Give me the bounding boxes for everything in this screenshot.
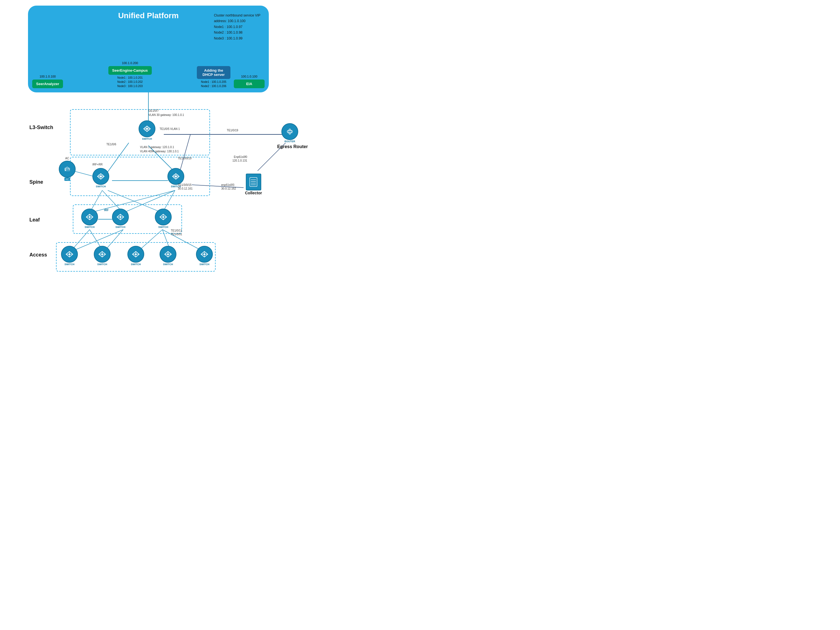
seer-analyzer-box: SeerAnalyzer [32, 79, 63, 88]
access-label: Access [29, 252, 47, 258]
l3-switch-circle [139, 120, 155, 137]
svg-rect-40 [250, 177, 257, 186]
dhcp-nodes: Node1 : 100.1.0.205Node2 : 100.1.0.206 [201, 80, 227, 88]
dhcp-server-component: Adding theDHCP server Node1 : 100.1.0.20… [197, 66, 231, 88]
svg-point-52 [89, 216, 90, 218]
cluster-node1: Node1 : 100.1.0.97 [214, 24, 261, 30]
egress-router-label: Egress Router [277, 144, 308, 149]
spine-right-circle [167, 168, 184, 185]
svg-point-76 [167, 253, 169, 255]
access-switch-3-circle [127, 246, 144, 263]
eia-ip: 100.1.0.100 [241, 74, 257, 79]
svg-rect-46 [65, 167, 70, 171]
leaf-switch-2[interactable]: SWITCH [112, 208, 129, 229]
ac-circle [59, 161, 76, 177]
seer-analyzer-component: 100.1.0.100 SeerAnalyzer [32, 74, 63, 88]
enp61s0f3-label: enp61s0f3 [221, 183, 234, 186]
spine-left-circle [92, 168, 109, 185]
unified-platform-box: Unified Platform Cluster northbound serv… [28, 6, 269, 92]
leaf-switch-3-label: SWITCH [158, 226, 168, 229]
dhcp-server-box: Adding theDHCP server [197, 66, 231, 79]
cluster-node2: Node2 : 100.1.0.98 [214, 30, 261, 35]
l3-switch-label-text: SWITCH [142, 137, 152, 140]
eia-box: EIA [234, 79, 265, 88]
access-switch-3[interactable]: SWITCH [127, 246, 144, 266]
cluster-node3: Node3 : 100.1.0.99 [214, 36, 261, 41]
l3-switch-label: L3-Switch [29, 125, 53, 131]
cluster-vip-label: Cluster northbound service VIP [214, 13, 261, 18]
vlan4094-gw-label: VLAN 4094 gateway: 130.1.0.1 [140, 150, 178, 153]
ac-label-top: AC [65, 157, 69, 160]
access-switch-2[interactable]: SWITCH [94, 246, 111, 266]
ip-120-label: 120.1.0.131 [232, 159, 247, 162]
leaf-switch-2-label: SWITCH [115, 226, 125, 229]
access-switch-2-circle [94, 246, 111, 263]
access-switch-4-circle [159, 246, 177, 263]
access-switch-5-label: SWITCH [199, 263, 210, 266]
ip-30-label: 30.0.12.162 [221, 187, 236, 190]
spine-label: Spine [29, 179, 43, 185]
leaf-switch-2-circle [112, 208, 129, 226]
vlan1-gw-label: VLAN 1 gateway: 120.1.0.1 [140, 145, 174, 149]
diagram-container: Unified Platform Cluster northbound serv… [0, 0, 420, 315]
access-switch-4-label: SWITCH [163, 263, 173, 266]
seer-engine-component: 100.1.0.200 SeerEngine-Campus Node1 : 10… [66, 61, 193, 88]
seer-analyzer-ip: 100.1.0.100 [39, 74, 56, 79]
irf-rr-tag: IRF+RR [92, 163, 103, 166]
access-switch-3-label: SWITCH [131, 263, 141, 266]
te1-0-5-label: TE1/0/5 VLAN 1 [159, 127, 180, 131]
te1-0-51-label: TE1/0/51 [171, 233, 182, 236]
ge1-0-7-label: GE1/0/7 [148, 109, 159, 112]
irf-label: IRF [104, 208, 109, 212]
access-switch-1-circle [61, 246, 78, 263]
cluster-info: Cluster northbound service VIP address: … [214, 13, 261, 41]
leaf-switch-3-circle [155, 208, 172, 226]
te1-0-6-label: TE1/0/6 [106, 143, 116, 146]
router-label: ROUTER [284, 140, 295, 143]
seer-engine-box: SeerEngine-Campus [108, 66, 152, 75]
leaf-switch-1-circle [81, 208, 98, 226]
leaf-switch-3[interactable]: SWITCH [155, 208, 172, 229]
collector[interactable]: Collector [245, 174, 262, 195]
collector-label-text: Collector [245, 191, 262, 195]
svg-point-80 [204, 253, 205, 255]
te1-0-19-label: TE1/0/19 [227, 129, 238, 132]
seer-engine-ip: 100.1.0.200 [122, 61, 138, 65]
l3-main-switch[interactable]: SWITCH [139, 120, 155, 140]
access-switch-1[interactable]: SWITCH [61, 246, 78, 266]
ip-30-0-12-161: 30.0.12.161 [178, 187, 193, 190]
spine-left-label: SWITCH [96, 185, 106, 188]
access-switch-4[interactable]: SWITCH [159, 246, 177, 266]
te1-3-0-19: TE1/3/0/19 [178, 157, 191, 160]
cluster-vip-addr: address: 100.1.0.100 [214, 18, 261, 24]
spine-region-box [70, 157, 210, 196]
access-switch-5-circle [196, 246, 213, 263]
router-circle [281, 123, 298, 140]
svg-point-60 [163, 216, 164, 218]
leaf-label: Leaf [29, 217, 40, 223]
eia-component: 100.1.0.100 EIA [234, 74, 265, 88]
te1-3-0-15: TE1/3/0/15 [178, 183, 191, 186]
ac-tag: AC [65, 177, 70, 181]
leaf-switch-1-label: SWITCH [85, 226, 95, 229]
te1-0-11-label: TE1/0/11 [171, 229, 182, 232]
spine-left-switch[interactable]: IRF+RR SWITCH [92, 168, 109, 188]
egress-router[interactable]: ROUTER [281, 123, 298, 143]
svg-point-56 [120, 216, 121, 218]
svg-point-64 [69, 253, 70, 255]
leaf-switch-1[interactable]: SWITCH [81, 208, 98, 229]
vlan30-label: VLAN 30 gateway: 100.1.0.1 [148, 114, 184, 117]
ac-device[interactable]: AC AC [59, 157, 76, 181]
access-switch-5[interactable]: SWITCH [196, 246, 213, 266]
seer-engine-nodes: Node1 : 100.1.0.201Node2 : 100.1.0.202No… [117, 76, 143, 88]
enp61s0f0-label: Enp61s0f0 [234, 155, 247, 158]
svg-point-72 [135, 253, 137, 255]
access-switch-1-label: SWITCH [65, 263, 74, 266]
collector-box [246, 174, 261, 190]
svg-point-68 [101, 253, 103, 255]
access-switch-2-label: SWITCH [97, 263, 107, 266]
